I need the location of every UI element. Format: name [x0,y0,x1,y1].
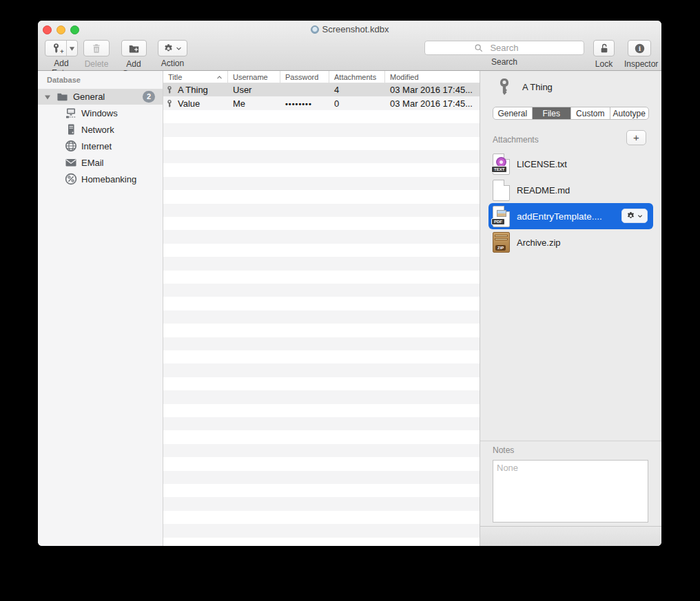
add-attachment-button[interactable]: + [626,130,646,145]
folder-icon [56,91,68,103]
tab-autotype[interactable]: Autotype [610,107,649,119]
attachment-item[interactable]: TEXT LICENSE.txt [488,151,653,177]
tab-general[interactable]: General [493,107,533,119]
action-label: Action [158,59,187,68]
text-file-icon: TEXT [493,154,510,175]
window-title-text: Screenshot.kdbx [322,24,389,34]
markdown-file-icon [493,180,510,201]
entry-title: A Thing [178,85,208,95]
sidebar-item-label: Homebanking [81,174,136,184]
sidebar-item-network[interactable]: Network [38,121,163,138]
sidebar-item-label: General [73,92,105,102]
sidebar-item-email[interactable]: EMail [38,154,163,171]
chevron-down-icon [176,45,182,52]
delete-group: Delete [83,40,110,69]
table-body: A Thing User 4 03 Mar 2016 17:45... Valu… [163,83,480,546]
inspector-header: A Thing [495,76,553,98]
content-area: Database General 2 Windows Network Inter… [38,71,661,546]
sidebar-item-label: Internet [81,141,112,151]
search-input[interactable] [424,41,584,55]
inspector-label: Inspector [624,59,655,69]
window-title: Screenshot.kdbx [38,24,661,34]
notes-section: Notes [480,441,661,455]
search-label: Search [424,57,584,67]
sidebar-item-internet[interactable]: Internet [38,138,163,154]
percent-icon [65,173,77,185]
attachment-name: addEntryTemplate.... [517,211,602,222]
inspector-entry-title: A Thing [522,82,553,92]
inspector-button[interactable] [628,40,651,56]
chevron-down-icon [637,213,643,219]
document-proxy-icon[interactable] [311,25,319,34]
titlebar[interactable]: Screenshot.kdbx [38,21,661,39]
lock-group: Lock [593,40,615,69]
lock-button[interactable] [593,40,615,56]
disclosure-triangle-icon[interactable] [44,94,51,101]
globe-icon [65,140,77,152]
entry-password: •••••••• [280,98,329,108]
attachment-list: TEXT LICENSE.txt README.md PDF addEntryT… [488,151,653,255]
zip-band [495,238,508,240]
toolbar: + Add Entry Delete Add Group Action [38,39,661,71]
attachments-label: Attachments [493,135,539,145]
file-type-badge: TEXT [491,166,507,173]
window-chrome: Screenshot.kdbx + Add Entry Delete Add G… [38,21,661,71]
lock-open-icon [599,43,610,54]
entry-table: Title Username Password Attachments Modi… [163,71,480,546]
column-header-title[interactable]: Title [163,71,228,83]
zip-file-icon: ZIP [493,232,510,253]
add-entry-button[interactable]: + [45,40,78,56]
delete-button[interactable] [83,40,110,56]
attachment-item-selected[interactable]: PDF addEntryTemplate.... [488,203,653,229]
envelope-icon [65,156,77,169]
table-header: Title Username Password Attachments Modi… [163,71,480,83]
attachment-name: LICENSE.txt [517,159,567,169]
sidebar-item-windows[interactable]: Windows [38,105,163,121]
action-button[interactable] [158,40,187,56]
action-group: Action [158,40,187,68]
file-type-badge: PDF [491,218,505,225]
tab-custom[interactable]: Custom [571,107,610,119]
app-window: Screenshot.kdbx + Add Entry Delete Add G… [38,21,661,546]
entry-key-icon [495,76,513,98]
column-header-password[interactable]: Password [280,71,329,83]
column-header-modified[interactable]: Modified [385,71,480,83]
info-icon [634,43,646,54]
attachment-name: Archive.zip [517,238,561,248]
column-header-attachments[interactable]: Attachments [329,71,385,83]
sort-ascending-icon [216,74,223,81]
inspector-panel: A Thing General Files Custom Autotype At… [480,71,661,546]
add-group-button[interactable] [121,40,147,56]
gear-icon [163,43,174,54]
add-entry-key-icon[interactable]: + [46,41,67,56]
sidebar: Database General 2 Windows Network Inter… [38,71,163,546]
add-entry-dropdown[interactable] [67,41,77,56]
inspector-group: Inspector [624,40,655,69]
file-thumbnail [497,210,506,217]
attachment-action-button[interactable] [621,209,648,223]
notes-label: Notes [493,445,661,455]
tab-files[interactable]: Files [533,107,572,119]
notes-textarea[interactable] [493,460,648,523]
sidebar-item-general[interactable]: General 2 [38,89,163,105]
sidebar-item-homebanking[interactable]: Homebanking [38,171,163,187]
delete-label: Delete [83,59,110,69]
column-header-username[interactable]: Username [228,71,280,83]
windows-network-icon [65,107,77,119]
entry-modified: 03 Mar 2016 17:45... [385,98,480,109]
lock-label: Lock [593,59,615,69]
table-row[interactable]: Value Me •••••••• 0 03 Mar 2016 17:45... [163,96,480,109]
entry-username: Me [228,98,280,109]
table-row[interactable]: A Thing User 4 03 Mar 2016 17:45... [163,83,480,96]
file-type-badge: ZIP [495,245,506,251]
entry-count-badge: 2 [143,91,155,103]
attachment-item[interactable]: ZIP Archive.zip [488,229,653,255]
entry-attachment-count: 4 [329,85,385,95]
attachment-item[interactable]: README.md [488,177,653,203]
sidebar-item-label: EMail [81,158,104,168]
sidebar-section-header: Database [38,71,163,84]
inspector-footer [480,526,661,546]
entry-attachment-count: 0 [329,98,385,109]
sidebar-item-label: Network [81,125,114,135]
inspector-tab-bar: General Files Custom Autotype [493,107,649,120]
